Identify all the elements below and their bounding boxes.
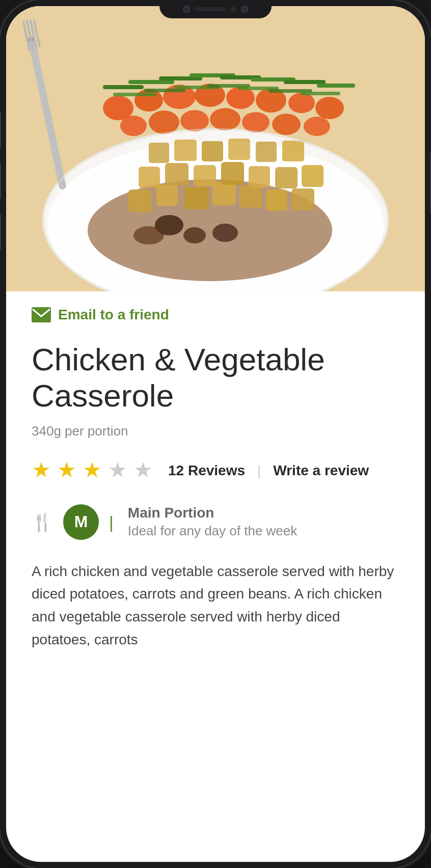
- svg-rect-17: [212, 182, 236, 205]
- meal-details: Main Portion Ideal for any day of the we…: [128, 505, 297, 539]
- phone-frame: Email to a friend Chicken & Vegetable Ca…: [0, 0, 431, 868]
- svg-point-13: [133, 226, 164, 245]
- star-4: ★: [108, 459, 130, 482]
- svg-point-47: [272, 114, 301, 135]
- email-icon: [32, 307, 51, 322]
- star-2: ★: [57, 459, 79, 482]
- svg-rect-55: [284, 80, 326, 84]
- email-to-friend-link[interactable]: Email to a friend: [32, 307, 399, 323]
- svg-rect-29: [174, 140, 197, 161]
- star-5: ★: [133, 459, 156, 482]
- camera-icon: [183, 6, 190, 13]
- recipe-description: A rich chicken and vegetable casserole s…: [32, 560, 399, 652]
- svg-point-12: [212, 224, 238, 242]
- svg-rect-14: [128, 189, 151, 212]
- svg-rect-18: [239, 185, 262, 208]
- email-link-label: Email to a friend: [58, 307, 169, 323]
- svg-point-42: [120, 116, 147, 136]
- svg-rect-20: [291, 188, 314, 210]
- meal-badge: M: [63, 504, 99, 540]
- meal-type-label: Main Portion: [128, 505, 297, 521]
- svg-rect-22: [165, 163, 188, 185]
- svg-rect-28: [149, 143, 169, 163]
- svg-rect-25: [249, 166, 270, 187]
- svg-rect-57: [113, 93, 156, 96]
- phone-notch: [159, 0, 272, 18]
- star-rating: ★ ★ ★ ★ ★: [32, 459, 156, 482]
- svg-rect-21: [139, 167, 160, 188]
- svg-point-48: [304, 117, 330, 136]
- svg-rect-30: [202, 141, 223, 161]
- svg-point-40: [288, 93, 315, 113]
- reviews-count: 12 Reviews: [168, 463, 245, 479]
- svg-rect-23: [194, 165, 216, 186]
- star-1: ★: [32, 459, 54, 482]
- svg-rect-33: [282, 141, 304, 161]
- svg-rect-26: [275, 167, 298, 188]
- svg-rect-19: [266, 189, 287, 211]
- svg-rect-32: [256, 142, 277, 162]
- svg-point-44: [180, 110, 209, 131]
- svg-point-46: [242, 112, 270, 132]
- svg-point-11: [183, 227, 206, 243]
- screen: Email to a friend Chicken & Vegetable Ca…: [6, 6, 425, 862]
- camera2-icon: [241, 6, 248, 13]
- svg-rect-49: [103, 85, 144, 89]
- content-area: Email to a friend Chicken & Vegetable Ca…: [6, 291, 425, 667]
- volume-up-button[interactable]: [0, 112, 1, 148]
- recipe-title: Chicken & Vegetable Casserole: [32, 341, 399, 414]
- sensor-icon: [231, 7, 236, 12]
- svg-rect-63: [301, 92, 340, 95]
- svg-rect-65: [32, 307, 51, 322]
- mute-button[interactable]: [0, 214, 1, 250]
- knife-icon: |: [109, 513, 114, 531]
- svg-point-43: [149, 111, 179, 134]
- svg-rect-27: [302, 165, 324, 187]
- reviews-divider: |: [257, 463, 261, 479]
- svg-rect-16: [184, 187, 209, 209]
- svg-rect-50: [128, 80, 174, 84]
- reviews-row: ★ ★ ★ ★ ★ 12 Reviews | Write a review: [32, 459, 399, 482]
- food-image: [6, 6, 425, 291]
- svg-rect-24: [221, 162, 244, 185]
- svg-rect-56: [317, 84, 355, 88]
- speaker-icon: [195, 7, 226, 11]
- meal-info-row: 🍴 M | Main Portion Ideal for any day of …: [32, 504, 399, 540]
- svg-rect-58: [144, 89, 185, 92]
- volume-down-button[interactable]: [0, 163, 1, 199]
- svg-point-41: [315, 97, 344, 119]
- svg-point-35: [134, 89, 163, 112]
- write-review-button[interactable]: Write a review: [273, 463, 369, 479]
- star-3: ★: [83, 459, 105, 482]
- recipe-weight: 340g per portion: [32, 423, 399, 439]
- svg-point-45: [210, 108, 240, 130]
- svg-rect-31: [228, 139, 250, 160]
- meal-description: Ideal for any day of the week: [128, 523, 297, 539]
- fork-left-icon: 🍴: [32, 513, 53, 531]
- svg-rect-15: [156, 184, 178, 206]
